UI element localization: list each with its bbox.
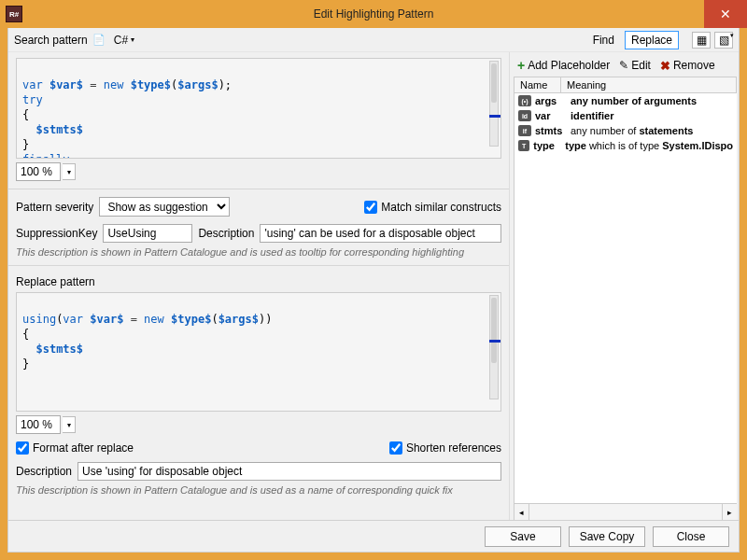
table-row[interactable]: idvaridentifier <box>514 108 737 123</box>
close-button[interactable]: Close <box>653 526 729 547</box>
format-after-replace-checkbox[interactable]: Format after replace <box>16 441 134 455</box>
pencil-icon: ✎ <box>619 59 628 72</box>
placeholder-meaning: any number of arguments <box>571 95 697 106</box>
placeholder-type-icon: if <box>518 125 531 136</box>
chevron-down-icon: ▾ <box>131 35 134 44</box>
placeholder-type-icon: id <box>518 110 531 121</box>
tool-icon-2[interactable]: ▧▾ <box>714 32 733 49</box>
placeholder-meaning: type which is of type System.IDispo <box>565 140 733 151</box>
placeholder-name: var <box>535 110 567 121</box>
placeholder-type-icon: T <box>518 140 529 151</box>
language-dropdown[interactable]: C# ▾ <box>110 32 138 49</box>
placeholder-name: type <box>533 140 561 151</box>
edit-placeholder-button[interactable]: ✎Edit <box>619 59 651 72</box>
search-description-input[interactable] <box>260 224 501 243</box>
replace-description-label: Description <box>16 465 72 478</box>
chevron-down-icon[interactable]: ▾ <box>63 416 76 433</box>
placeholder-meaning: any number of statements <box>571 125 693 136</box>
replace-zoom-input[interactable] <box>16 415 61 434</box>
save-copy-button[interactable]: Save Copy <box>569 526 645 547</box>
replace-description-hint: This description is shown in Pattern Cat… <box>16 484 501 496</box>
placeholder-table: Name Meaning (•)argsany number of argume… <box>514 77 737 520</box>
save-button[interactable]: Save <box>485 526 561 547</box>
search-scrollbar[interactable] <box>489 61 499 147</box>
search-zoom[interactable]: ▾ <box>16 162 501 181</box>
add-placeholder-button[interactable]: +Add Placeholder <box>517 58 610 73</box>
col-name[interactable]: Name <box>514 77 561 92</box>
placeholder-name: args <box>535 95 567 106</box>
top-toolbar: Search pattern 📄 C# ▾ Find Replace ▦ ▧▾ <box>8 28 739 52</box>
replace-scrollbar[interactable] <box>489 295 499 399</box>
delete-icon: ✖ <box>660 59 670 73</box>
new-file-icon[interactable]: 📄 <box>92 33 106 48</box>
suppression-key-label: SuppressionKey <box>16 227 97 240</box>
search-description-label: Description <box>198 227 254 240</box>
placeholder-name: stmts <box>535 125 567 136</box>
placeholder-table-header: Name Meaning <box>514 77 737 93</box>
titlebar: R# Edit Highlighting Pattern ✕ <box>0 0 747 28</box>
window-title: Edit Highlighting Pattern <box>0 7 747 21</box>
table-row[interactable]: Ttypetype which is of type System.IDispo <box>514 138 737 153</box>
table-row[interactable]: (•)argsany number of arguments <box>514 93 737 108</box>
replace-tab[interactable]: Replace <box>625 31 679 49</box>
remove-placeholder-button[interactable]: ✖Remove <box>660 59 715 73</box>
severity-label: Pattern severity <box>16 201 93 214</box>
chevron-down-icon[interactable]: ▾ <box>63 163 76 180</box>
replace-pattern-editor[interactable]: using(var $var$ = new $type$($args$)) { … <box>16 292 501 412</box>
placeholder-meaning: identifier <box>571 110 613 121</box>
scroll-left-icon[interactable]: ◂ <box>514 504 529 520</box>
placeholder-toolbar: +Add Placeholder ✎Edit ✖Remove <box>514 56 737 77</box>
match-similar-checkbox[interactable]: Match similar constructs <box>364 201 501 214</box>
shorten-references-checkbox[interactable]: Shorten references <box>389 441 501 455</box>
severity-select[interactable]: Show as suggestion <box>99 197 230 217</box>
find-tab[interactable]: Find <box>586 31 621 49</box>
search-code: var $var$ = new $type$($args$); try { $s… <box>22 78 232 159</box>
col-meaning[interactable]: Meaning <box>561 77 737 92</box>
plus-icon: + <box>517 58 525 73</box>
placeholder-type-icon: (•) <box>518 95 531 106</box>
tool-icon-1[interactable]: ▦ <box>692 32 711 49</box>
search-pattern-editor[interactable]: var $var$ = new $type$($args$); try { $s… <box>16 58 501 159</box>
placeholder-hscroll[interactable]: ◂ ▸ <box>514 503 737 520</box>
search-description-hint: This description is shown in Pattern Cat… <box>16 246 501 258</box>
search-zoom-input[interactable] <box>16 162 61 181</box>
language-value: C# <box>114 34 128 47</box>
replace-pattern-label: Replace pattern <box>16 273 501 288</box>
replace-zoom[interactable]: ▾ <box>16 415 501 434</box>
replace-code: using(var $var$ = new $type$($args$)) { … <box>22 313 272 371</box>
replace-description-input[interactable] <box>78 462 501 481</box>
table-row[interactable]: ifstmtsany number of statements <box>514 123 737 138</box>
dialog-footer: Save Save Copy Close <box>8 520 739 552</box>
suppression-key-input[interactable] <box>103 224 192 243</box>
window-close-button[interactable]: ✕ <box>704 0 747 28</box>
search-pattern-label: Search pattern <box>14 34 88 47</box>
scroll-right-icon[interactable]: ▸ <box>722 504 737 520</box>
